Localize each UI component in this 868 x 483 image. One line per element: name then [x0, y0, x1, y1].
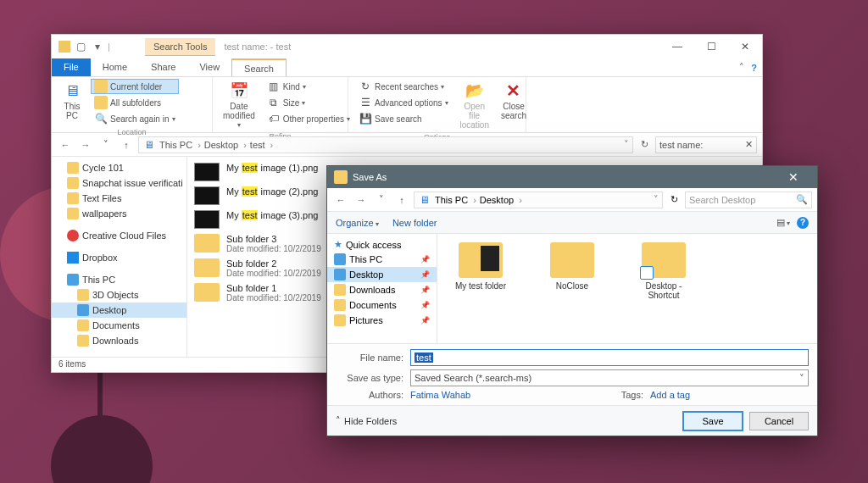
ribbon-recent-searches[interactable]: ↻Recent searches — [355, 79, 452, 94]
thumbnail — [194, 234, 220, 253]
nav-item[interactable]: Desktop — [52, 303, 186, 318]
ribbon-this-pc[interactable]: 🖥 This PC — [58, 79, 86, 122]
nav-item[interactable]: 3D Objects — [52, 287, 186, 303]
authors-field[interactable]: Fatima Wahab — [410, 390, 569, 400]
ribbon-open-file-location[interactable]: 📂 Open file location — [457, 79, 492, 131]
this-pc-icon: 🖥 — [62, 80, 82, 101]
ribbon-kind[interactable]: ▥Kind — [264, 79, 353, 94]
filename-input[interactable]: test — [410, 349, 809, 366]
star-icon: ★ — [334, 239, 342, 250]
file-name: Sub folder 3 — [226, 234, 321, 244]
dialog-file-list[interactable]: My test folderNoCloseDesktop - Shortcut — [437, 234, 817, 343]
breadcrumb-dropdown-icon[interactable]: ˅ — [624, 139, 629, 150]
tab-share[interactable]: Share — [139, 58, 187, 76]
saveastype-select[interactable]: Saved Search (*.search-ms)˅ — [410, 369, 809, 386]
pin-icon: 📌 — [420, 286, 433, 294]
ribbon-collapse-icon[interactable]: ˄ — [739, 62, 744, 73]
ribbon-size[interactable]: ⧉Size — [264, 95, 353, 110]
save-button[interactable]: Save — [683, 412, 743, 430]
ribbon-other-properties[interactable]: 🏷Other properties — [264, 111, 353, 126]
folder-item[interactable]: Desktop - Shortcut — [629, 242, 698, 300]
dialog-nav-item[interactable]: ★Quick access — [327, 237, 437, 252]
dialog-nav-item[interactable]: Downloads📌 — [327, 282, 437, 297]
file-meta: Date modified: 10/2/2019 — [226, 244, 321, 253]
nav-up-button[interactable]: ↑ — [118, 140, 135, 150]
folder-y-icon — [77, 335, 89, 347]
nav-back-button[interactable]: ← — [57, 140, 74, 150]
dialog-nav-back-button[interactable]: ← — [332, 195, 349, 205]
hide-folders-toggle[interactable]: ˄Hide Folders — [336, 415, 397, 426]
dialog-nav-item[interactable]: Pictures📌 — [327, 313, 437, 328]
nav-item[interactable]: Documents — [52, 318, 186, 333]
folder-icon — [94, 96, 108, 109]
folder-y-icon — [334, 314, 346, 326]
nav-item-label: Downloads — [92, 336, 138, 346]
qat-new-folder-icon[interactable]: ▾ — [91, 40, 104, 53]
nav-item-label: Cycle 101 — [82, 163, 124, 173]
nav-item[interactable]: Creative Cloud Files — [52, 228, 186, 243]
folder-item[interactable]: NoClose — [537, 242, 607, 291]
dialog-nav-history-dropdown[interactable]: ˅ — [373, 194, 390, 205]
file-meta: Date modified: 10/2/2019 — [226, 293, 321, 303]
view-options-button[interactable]: ▤ — [776, 217, 790, 228]
ribbon-close-search[interactable]: ✕ Close search — [498, 79, 530, 122]
tab-search[interactable]: Search — [231, 58, 287, 76]
cancel-button[interactable]: Cancel — [749, 412, 809, 430]
tags-field[interactable]: Add a tag — [650, 390, 809, 400]
ribbon-date-modified[interactable]: 📅 Date modified — [220, 79, 259, 130]
dialog-breadcrumb[interactable]: 🖥 This PC Desktop ˅ — [414, 192, 663, 208]
dialog-navigation-pane[interactable]: ★Quick accessThis PC📌Desktop📌Downloads📌D… — [327, 234, 437, 343]
navigation-pane[interactable]: Cycle 101Snapchat issue verificatiText F… — [52, 157, 187, 357]
authors-label: Authors: — [336, 390, 403, 400]
nav-item[interactable]: Snapchat issue verificati — [52, 175, 186, 191]
dialog-nav-forward-button[interactable]: → — [353, 195, 370, 205]
folder-item[interactable]: My test folder — [446, 242, 515, 291]
folder-label: My test folder — [455, 281, 506, 291]
thumbnail — [194, 210, 220, 229]
window-title: test name: - test — [220, 42, 660, 52]
organize-menu[interactable]: Organize — [336, 218, 379, 228]
ribbon-all-subfolders[interactable]: All subfolders — [91, 95, 179, 110]
dialog-refresh-button[interactable]: ↻ — [666, 194, 682, 205]
nav-history-dropdown[interactable]: ˅ — [97, 139, 114, 150]
folder-y-icon — [77, 289, 89, 301]
tab-home[interactable]: Home — [91, 58, 139, 76]
ribbon-current-folder[interactable]: Current folder — [91, 79, 179, 94]
tab-file[interactable]: File — [52, 58, 91, 76]
file-name: Sub folder 2 — [226, 258, 321, 269]
search-input[interactable]: test name: ✕ — [655, 136, 757, 153]
nav-item[interactable]: wallpapers — [52, 206, 186, 221]
nav-item[interactable]: Text Files — [52, 191, 186, 206]
dialog-nav-item[interactable]: This PC📌 — [327, 252, 437, 267]
dialog-search-input[interactable]: Search Desktop 🔍 — [685, 192, 812, 208]
nav-item[interactable]: Downloads — [52, 333, 186, 348]
dialog-nav-item[interactable]: Documents📌 — [327, 297, 437, 313]
tab-view[interactable]: View — [187, 58, 231, 76]
ribbon-save-search[interactable]: 💾Save search — [355, 111, 452, 126]
folder-icon — [459, 242, 503, 278]
pc-icon: 🖥 — [418, 193, 431, 207]
qat-properties-icon[interactable]: ▢ — [74, 40, 87, 53]
nav-item[interactable]: Dropbox — [52, 250, 186, 265]
dialog-nav-item[interactable]: Desktop📌 — [327, 267, 437, 282]
nav-forward-button[interactable]: → — [77, 140, 94, 150]
help-icon[interactable]: ? — [797, 217, 809, 229]
ribbon-advanced-options[interactable]: ☰Advanced options — [355, 95, 452, 110]
breadcrumb-dropdown-icon[interactable]: ˅ — [654, 194, 659, 205]
nav-item[interactable]: This PC — [52, 272, 186, 287]
dialog-nav-up-button[interactable]: ↑ — [393, 195, 410, 205]
minimize-button[interactable]: — — [660, 35, 694, 58]
ribbon-search-again-in[interactable]: 🔍Search again in — [91, 111, 179, 126]
maximize-button[interactable]: ☐ — [694, 35, 728, 58]
search-tools-tab-header: Search Tools — [145, 38, 215, 56]
dialog-close-button[interactable]: ✕ — [776, 170, 810, 184]
calendar-icon: 📅 — [229, 80, 249, 101]
breadcrumb[interactable]: 🖥 This PC Desktop test ˅ — [138, 136, 633, 153]
nav-item-label: Creative Cloud Files — [82, 230, 166, 241]
close-button[interactable]: ✕ — [728, 35, 762, 58]
refresh-button[interactable]: ↻ — [637, 139, 652, 150]
nav-item[interactable]: Cycle 101 — [52, 160, 186, 175]
clear-search-icon[interactable]: ✕ — [745, 139, 753, 150]
new-folder-button[interactable]: New folder — [392, 218, 437, 228]
help-icon[interactable]: ? — [751, 63, 757, 73]
